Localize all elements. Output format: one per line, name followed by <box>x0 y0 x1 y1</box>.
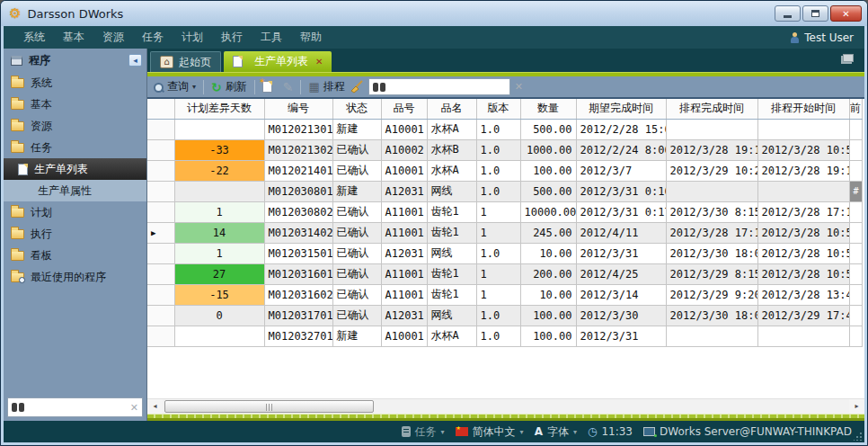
cell-item_no[interactable]: A12031 <box>381 181 427 201</box>
schedule-button[interactable]: ▦ 排程 <box>308 79 344 94</box>
sidebar-item[interactable]: 任务 <box>4 137 146 158</box>
cell-qty[interactable]: 10.00 <box>520 284 576 305</box>
table-row[interactable]: -33M012021302已确认A10002水杯B1.01000.002012/… <box>147 139 862 160</box>
refresh-button[interactable]: ↻ 刷新 <box>211 79 247 94</box>
overflow-marker-cell[interactable] <box>849 139 862 160</box>
column-header[interactable]: 计划差异天数 <box>174 99 264 119</box>
column-header[interactable]: 品号 <box>381 99 427 119</box>
cell-due[interactable]: 2012/3/30 <box>576 305 666 326</box>
cell-due[interactable]: 2012/3/31 <box>576 326 666 346</box>
table-row[interactable]: M012032701新建A10001水杯A1.0100.002012/3/31 <box>147 326 862 346</box>
cell-status[interactable]: 已确认 <box>332 243 381 263</box>
cell-qty[interactable]: 200.00 <box>520 263 576 284</box>
cell-sched_end[interactable]: 2012/3/28 19:10 <box>666 139 757 160</box>
toolbar-search-clear-icon[interactable]: ✕ <box>515 81 523 93</box>
cell-sched_start[interactable] <box>757 326 849 346</box>
row-selector-cell[interactable] <box>147 119 174 139</box>
cell-qty[interactable]: 500.00 <box>520 119 576 139</box>
cell-qty[interactable]: 100.00 <box>520 160 576 181</box>
current-row-marker[interactable]: ▶ <box>147 222 174 243</box>
row-selector-cell[interactable] <box>147 243 174 263</box>
cell-sched_end[interactable]: 2012/3/29 8:15 <box>666 263 757 284</box>
column-header[interactable]: 编号 <box>264 99 332 119</box>
overflow-marker-cell[interactable]: # <box>849 181 862 201</box>
cell-version[interactable]: 1.0 <box>476 139 520 160</box>
cell-sched_start[interactable]: 2012/3/28 10:52 <box>757 243 849 263</box>
sidebar-item[interactable]: 生产单列表 <box>4 158 146 180</box>
toolbar-search-input[interactable] <box>389 81 506 93</box>
cell-diff[interactable]: 14 <box>174 222 264 243</box>
cell-item_no[interactable]: A11001 <box>381 201 427 222</box>
cell-qty[interactable]: 245.00 <box>520 222 576 243</box>
close-button[interactable]: ✕ <box>830 5 862 22</box>
tab-production-order-list[interactable]: 生产单列表 ✕ <box>224 51 332 72</box>
cell-sched_end[interactable] <box>666 326 757 346</box>
cell-item_name[interactable]: 齿轮1 <box>427 201 476 222</box>
tab-close-icon[interactable]: ✕ <box>315 57 323 67</box>
cell-qty[interactable]: 1000.00 <box>520 139 576 160</box>
column-header[interactable]: 排程完成时间 <box>666 99 757 119</box>
table-row[interactable]: 27M012031601已确认A11001齿轮11200.002012/4/25… <box>147 263 862 284</box>
cell-due[interactable]: 2012/2/28 15:00 <box>576 119 666 139</box>
column-header[interactable]: 排程开始时间 <box>757 99 849 119</box>
table-row[interactable]: ▶14M012031402已确认A11001齿轮11245.002012/4/1… <box>147 222 862 243</box>
cell-item_no[interactable]: A12031 <box>381 305 427 326</box>
cell-status[interactable]: 已确认 <box>332 160 381 181</box>
cell-version[interactable]: 1 <box>476 263 520 284</box>
overflow-marker-cell[interactable] <box>849 119 862 139</box>
column-header[interactable]: 版本 <box>476 99 520 119</box>
scroll-left-button[interactable]: ◂ <box>147 399 163 414</box>
cell-diff[interactable]: 1 <box>174 201 264 222</box>
cell-order_no[interactable]: M012031601 <box>264 263 332 284</box>
cell-due[interactable]: 2012/3/31 <box>576 243 666 263</box>
overflow-marker-cell[interactable] <box>849 263 862 284</box>
cell-diff[interactable] <box>174 326 264 346</box>
horizontal-scrollbar[interactable]: ◂ ▸ <box>147 398 864 414</box>
table-row[interactable]: -22M012021401已确认A10001水杯A1.0100.002012/3… <box>147 160 862 181</box>
overflow-marker-cell[interactable] <box>849 201 862 222</box>
cell-item_name[interactable]: 网线 <box>427 243 476 263</box>
cell-item_name[interactable]: 齿轮1 <box>427 263 476 284</box>
column-header[interactable]: 品名 <box>427 99 476 119</box>
cell-sched_start[interactable]: 2012/3/28 10:52 <box>757 222 849 243</box>
cell-sched_start[interactable]: 2012/3/28 10:52 <box>757 139 849 160</box>
menu-item[interactable]: 工具 <box>252 30 291 45</box>
row-selector-cell[interactable] <box>147 263 174 284</box>
cell-due[interactable]: 2012/4/25 <box>576 263 666 284</box>
cell-qty[interactable]: 10000.00 <box>520 201 576 222</box>
cell-version[interactable]: 1.0 <box>476 160 520 181</box>
cell-item_no[interactable]: A11001 <box>381 263 427 284</box>
cell-item_no[interactable]: A10002 <box>381 139 427 160</box>
cell-version[interactable]: 1.0 <box>476 181 520 201</box>
cell-sched_end[interactable]: 2012/3/28 17:13 <box>666 222 757 243</box>
cell-diff[interactable]: 27 <box>174 263 264 284</box>
menu-item[interactable]: 帮助 <box>291 30 331 45</box>
user-menu[interactable]: Test User <box>790 31 854 44</box>
cell-due[interactable]: 2012/3/31 0:10 <box>576 181 666 201</box>
column-header[interactable]: 前 <box>849 99 862 119</box>
table-row[interactable]: 1M012031501已确认A12031网线1.010.002012/3/312… <box>147 243 862 263</box>
cell-sched_start[interactable]: 2012/3/28 17:13 <box>757 201 849 222</box>
cell-order_no[interactable]: M012031602 <box>264 284 332 305</box>
cell-diff[interactable]: -33 <box>174 139 264 160</box>
statusbar-task-menu[interactable]: 任务 ▾ <box>402 424 445 440</box>
clear-schedule-button[interactable] <box>350 80 364 94</box>
row-selector-cell[interactable] <box>147 284 174 305</box>
cell-sched_start[interactable] <box>757 119 849 139</box>
cell-sched_end[interactable]: 2012/3/29 10:20 <box>666 160 757 181</box>
menu-item[interactable]: 基本 <box>54 30 93 45</box>
cell-version[interactable]: 1 <box>476 284 520 305</box>
cell-status[interactable]: 已确认 <box>332 284 381 305</box>
cell-status[interactable]: 已确认 <box>332 139 381 160</box>
edit-button[interactable]: ✎ <box>283 80 294 94</box>
resize-grip-icon[interactable] <box>854 432 863 441</box>
row-selector-cell[interactable] <box>147 160 174 181</box>
cell-status[interactable]: 已确认 <box>332 263 381 284</box>
cell-item_no[interactable]: A11001 <box>381 222 427 243</box>
cell-version[interactable]: 1.0 <box>476 326 520 346</box>
menu-item[interactable]: 执行 <box>212 30 252 45</box>
overflow-marker-cell[interactable] <box>849 305 862 326</box>
sidebar-item[interactable]: 生产单属性 <box>4 180 146 201</box>
table-row[interactable]: -15M012031602已确认A11001齿轮1110.002012/3/14… <box>147 284 862 305</box>
sidebar-item[interactable]: 执行 <box>4 223 146 245</box>
